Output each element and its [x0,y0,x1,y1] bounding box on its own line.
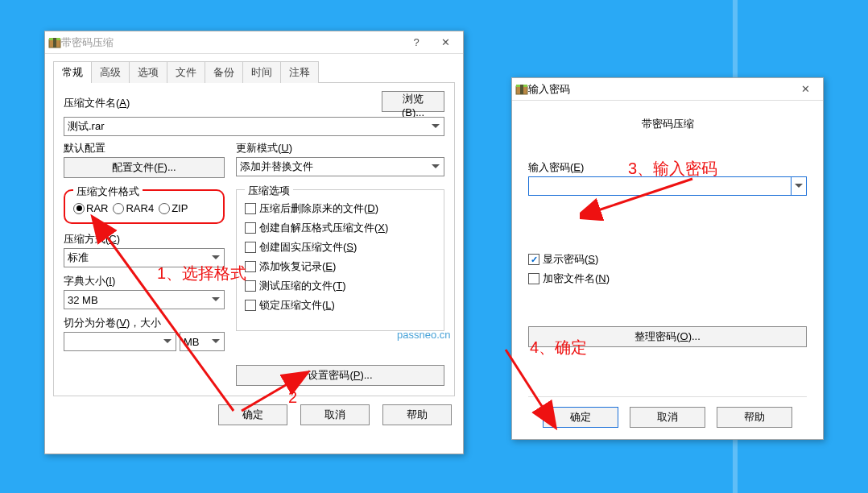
tab-advanced[interactable]: 高级 [91,61,130,83]
help-button[interactable]: ? [402,31,431,54]
archive-dialog: 带密码压缩 ? ✕ 常规 高级 选项 文件 备份 时间 注释 压缩文件名(A) … [44,31,464,454]
checkbox-icon [245,222,256,234]
archive-name-label: 压缩文件名(A) [64,96,375,110]
password-input-wrap [528,176,807,196]
app-icon [515,83,528,96]
option-check-3[interactable]: 添加恢复记录(E) [245,259,436,274]
window-title: 带密码压缩 [61,35,402,50]
tab-general[interactable]: 常规 [53,61,92,83]
ok-button[interactable]: 确定 [543,407,618,428]
format-group: 压缩文件格式 RAR RAR4 ZIP [64,189,225,224]
show-password-check[interactable]: 显示密码(S) [528,252,807,267]
profile-legend: 默认配置 [64,141,225,155]
tab-backup[interactable]: 备份 [205,61,243,83]
checkbox-icon [245,280,256,292]
titlebar: 带密码压缩 ? ✕ [45,31,463,54]
tab-panel: 压缩文件名(A) 浏览(B)... 默认配置 配置文件(F)... 更新模式(U… [53,82,455,396]
radio-icon [113,203,124,214]
titlebar: 输入密码 ✕ [512,78,823,101]
window-title: 输入密码 [528,82,791,97]
cancel-button[interactable]: 取消 [300,404,370,425]
browse-button[interactable]: 浏览(B)... [382,91,444,112]
dialog-subtitle: 带密码压缩 [528,117,807,131]
svg-rect-2 [53,38,56,48]
close-button[interactable]: ✕ [791,78,820,101]
dict-label: 字典大小(I) [64,274,225,288]
options-legend: 压缩选项 [245,184,293,198]
checkbox-icon [528,273,539,284]
options-group: 压缩选项 压缩后删除原来的文件(D)创建自解压格式压缩文件(X)创建固实压缩文件… [236,189,444,331]
password-input[interactable] [528,176,791,196]
checkbox-icon [245,261,256,272]
archive-name-input[interactable] [64,117,444,136]
close-button[interactable]: ✕ [431,31,460,54]
help-button[interactable]: 帮助 [382,404,452,425]
dialog-buttons: 确定 取消 帮助 [528,396,807,439]
option-check-4[interactable]: 测试压缩的文件(T) [245,279,436,293]
tab-options[interactable]: 选项 [129,61,167,83]
help-button[interactable]: 帮助 [717,407,792,428]
set-password-button[interactable]: 设置密码(P)... [236,365,444,386]
tab-files[interactable]: 文件 [167,61,205,83]
split-unit-select[interactable] [180,332,225,351]
organize-password-button[interactable]: 整理密码(O)... [528,326,807,347]
encrypt-names-check[interactable]: 加密文件名(N) [528,271,807,286]
tab-time[interactable]: 时间 [242,61,281,83]
split-size-input[interactable] [64,332,176,351]
format-rar[interactable]: RAR [73,202,108,214]
update-mode-label: 更新模式(U) [236,141,444,155]
dialog-buttons: 确定 取消 帮助 [45,396,463,435]
option-check-2[interactable]: 创建固实压缩文件(S) [245,240,436,255]
method-select[interactable] [64,248,225,267]
profile-button[interactable]: 配置文件(F)... [64,157,225,178]
method-label: 压缩方式(C) [64,232,225,246]
checkbox-icon [245,300,256,311]
format-zip[interactable]: ZIP [159,202,188,214]
option-check-5[interactable]: 锁定压缩文件(L) [245,298,436,313]
svg-rect-5 [520,85,523,94]
ok-button[interactable]: 确定 [218,404,287,425]
option-check-0[interactable]: 压缩后删除原来的文件(D) [245,201,436,216]
app-icon [48,36,61,49]
format-legend: 压缩文件格式 [73,184,143,199]
format-rar4[interactable]: RAR4 [113,202,154,214]
password-dialog: 输入密码 ✕ 带密码压缩 输入密码(E) 显示密码(S) 加密文件名(N) 整理… [511,77,824,440]
update-mode-select[interactable] [236,157,444,176]
tab-strip: 常规 高级 选项 文件 备份 时间 注释 [53,60,463,82]
radio-icon [73,203,85,214]
tab-comment[interactable]: 注释 [280,61,319,83]
cancel-button[interactable]: 取消 [630,407,705,428]
password-label: 输入密码(E) [528,160,807,175]
checkbox-icon [245,242,256,253]
password-dropdown-button[interactable] [791,176,807,196]
option-check-1[interactable]: 创建自解压格式压缩文件(X) [245,221,436,235]
dict-select[interactable] [64,290,225,309]
radio-icon [159,203,170,214]
checkbox-icon [528,254,539,265]
checkbox-icon [245,203,256,214]
split-label: 切分为分卷(V)，大小 [64,316,225,330]
